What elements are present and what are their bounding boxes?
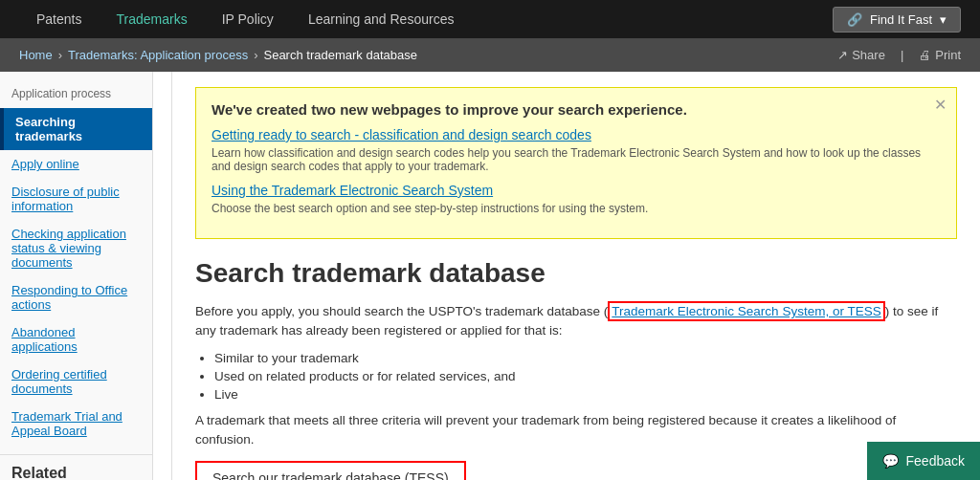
sidebar-item-apply-online[interactable]: Apply online: [0, 150, 152, 178]
related-title: Related: [11, 465, 141, 480]
sidebar-item-office-actions[interactable]: Responding to Office actions: [0, 276, 152, 318]
sidebar-item-ordering-docs[interactable]: Ordering certified documents: [0, 360, 152, 403]
link-icon: 🔗: [847, 12, 862, 27]
notice-heading: We've created two new webpages to improv…: [212, 101, 941, 118]
nav-patents[interactable]: Patents: [19, 0, 99, 38]
breadcrumb-home[interactable]: Home: [19, 48, 53, 62]
criteria-item-2: Used on related products or for related …: [214, 369, 957, 383]
sidebar: Application process Searching trademarks…: [0, 72, 153, 480]
tess-link[interactable]: Trademark Electronic Search System, or T…: [608, 301, 884, 321]
page-title: Search trademark database: [195, 258, 957, 289]
sidebar-item-searching-trademarks[interactable]: Searching trademarks: [0, 108, 152, 150]
notice-link-1[interactable]: Getting ready to search - classification…: [212, 127, 941, 142]
search-btn-row: Search our trademark database (TESS): [195, 461, 957, 480]
sidebar-item-checking-status[interactable]: Checking application status & viewing do…: [0, 220, 152, 276]
breadcrumb-separator-2: ›: [254, 48, 257, 62]
notice-link1-desc: Learn how classification and design sear…: [212, 146, 941, 173]
breadcrumb-level2[interactable]: Trademarks: Application process: [68, 48, 248, 62]
body-intro-text: Before you apply, you should search the …: [195, 304, 608, 318]
breadcrumb: Home › Trademarks: Application process ›…: [19, 48, 417, 62]
criteria-item-3: Live: [214, 387, 957, 402]
notice-link-2[interactable]: Using the Trademark Electronic Search Sy…: [212, 183, 941, 198]
related-section: Related Using the Trademark Electronic S…: [0, 454, 152, 480]
print-icon: 🖨: [919, 48, 931, 62]
chevron-down-icon: ▾: [940, 12, 947, 27]
body-conclusion: A trademark that meets all three criteri…: [195, 411, 957, 450]
breadcrumb-current: Search trademark database: [263, 48, 416, 62]
nav-links: Patents Trademarks IP Policy Learning an…: [19, 0, 471, 38]
sidebar-item-abandoned[interactable]: Abandoned applications: [0, 318, 152, 360]
close-button[interactable]: ✕: [934, 96, 947, 114]
content-area: Application process Searching trademarks…: [0, 72, 980, 480]
share-link[interactable]: ↗ Share: [837, 48, 885, 62]
nav-trademarks[interactable]: Trademarks: [99, 0, 204, 38]
breadcrumb-separator-1: ›: [58, 48, 62, 62]
breadcrumb-bar: Home › Trademarks: Application process ›…: [0, 38, 980, 72]
share-icon: ↗: [837, 48, 848, 62]
criteria-item-1: Similar to your trademark: [214, 351, 957, 365]
find-it-fast-button[interactable]: 🔗 Find It Fast ▾: [833, 7, 961, 33]
feedback-button[interactable]: 💬 Feedback: [867, 442, 980, 480]
main-content: ✕ We've created two new webpages to impr…: [172, 72, 980, 480]
sidebar-item-disclosure[interactable]: Disclosure of public information: [0, 178, 152, 220]
top-navigation: Patents Trademarks IP Policy Learning an…: [0, 0, 980, 38]
notice-box: ✕ We've created two new webpages to impr…: [195, 87, 957, 239]
criteria-list: Similar to your trademark Used on relate…: [214, 351, 957, 402]
body-intro-paragraph: Before you apply, you should search the …: [195, 302, 957, 341]
sidebar-item-ttab[interactable]: Trademark Trial and Appeal Board: [0, 403, 152, 445]
breadcrumb-actions: ↗ Share | 🖨 Print: [837, 48, 961, 62]
search-database-button[interactable]: Search our trademark database (TESS): [195, 461, 466, 480]
notice-link2-desc: Choose the best search option and see st…: [212, 202, 941, 215]
print-link[interactable]: 🖨 Print: [919, 48, 961, 62]
chat-icon: 💬: [882, 453, 899, 469]
nav-learning[interactable]: Learning and Resources: [291, 0, 472, 38]
nav-ip-policy[interactable]: IP Policy: [205, 0, 291, 38]
sidebar-section-title: Application process: [0, 87, 152, 108]
left-panel: Application process Searching trademarks…: [0, 72, 172, 480]
page-body: Search trademark database Before you app…: [195, 258, 957, 480]
